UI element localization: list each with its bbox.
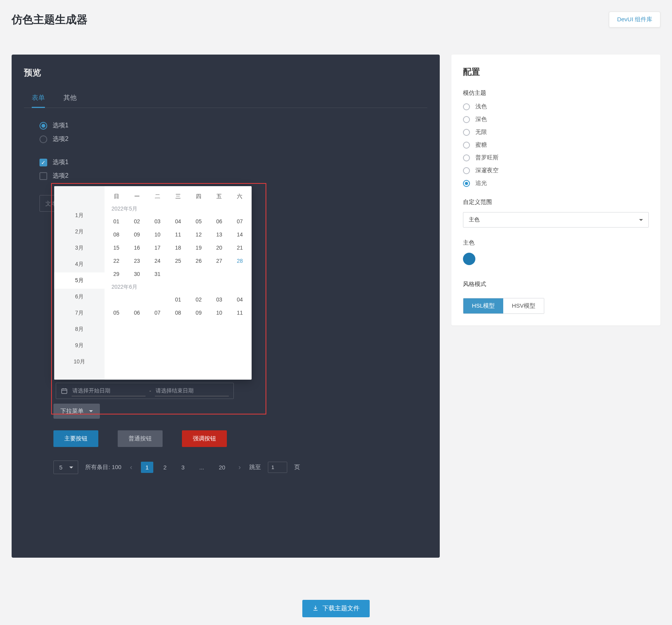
normal-button[interactable]: 普通按钮 xyxy=(118,430,163,447)
day-cell[interactable]: 02 xyxy=(127,215,147,228)
tab-1[interactable]: 其他 xyxy=(63,90,77,108)
month-item[interactable]: 4月 xyxy=(54,256,105,272)
page-size-select[interactable]: 5 xyxy=(53,461,78,474)
day-cell[interactable]: 05 xyxy=(106,306,127,319)
weekday-label: 一 xyxy=(127,191,147,202)
day-cell[interactable]: 12 xyxy=(189,228,209,241)
end-date-field[interactable]: 请选择结束日期 xyxy=(155,386,229,396)
pager-page[interactable]: 3 xyxy=(177,462,189,473)
pager-page: ... xyxy=(195,462,209,473)
theme-label: 蜜糖 xyxy=(475,141,487,149)
range-separator: - xyxy=(149,388,151,394)
day-cell[interactable]: 17 xyxy=(147,241,168,254)
day-cell[interactable]: 10 xyxy=(209,306,230,319)
day-cell[interactable]: 03 xyxy=(147,215,168,228)
day-cell[interactable]: 05 xyxy=(189,215,209,228)
day-cell[interactable]: 04 xyxy=(230,293,250,306)
month-item[interactable]: 8月 xyxy=(54,321,105,337)
pager-page[interactable]: 20 xyxy=(214,462,230,473)
month-item[interactable]: 6月 xyxy=(54,289,105,305)
theme-option[interactable]: 深色 xyxy=(463,116,649,123)
month-item[interactable]: 9月 xyxy=(54,337,105,354)
pager-page[interactable]: 1 xyxy=(141,462,153,473)
day-cell[interactable]: 13 xyxy=(209,228,230,241)
primary-button[interactable]: 主要按钮 xyxy=(53,430,98,447)
month-item[interactable]: 7月 xyxy=(54,305,105,321)
devui-link-button[interactable]: DevUI 组件库 xyxy=(609,12,660,27)
day-cell[interactable]: 11 xyxy=(168,228,188,241)
day-cell[interactable]: 15 xyxy=(106,241,127,254)
day-cell[interactable]: 22 xyxy=(106,254,127,267)
download-label: 下载主题文件 xyxy=(322,604,360,613)
day-cell[interactable]: 26 xyxy=(189,254,209,267)
theme-option[interactable]: 蜜糖 xyxy=(463,141,649,149)
day-cell[interactable]: 06 xyxy=(209,215,230,228)
preview-tabs: 表单其他 xyxy=(24,90,427,108)
theme-option[interactable]: 深邃夜空 xyxy=(463,167,649,174)
day-cell[interactable]: 28 xyxy=(230,254,250,267)
date-range-input[interactable]: 请选择开始日期 - 请选择结束日期 xyxy=(56,383,234,399)
day-cell[interactable]: 07 xyxy=(147,306,168,319)
day-cell[interactable]: 04 xyxy=(168,215,188,228)
radio-row-0[interactable]: 选项1 xyxy=(24,122,427,130)
range-select[interactable]: 主色 xyxy=(463,212,649,228)
day-cell[interactable]: 14 xyxy=(230,228,250,241)
day-cell[interactable]: 18 xyxy=(168,241,188,254)
month-item[interactable]: 3月 xyxy=(54,240,105,256)
checkbox-icon: ✓ xyxy=(39,159,47,166)
day-cell[interactable]: 19 xyxy=(189,241,209,254)
primary-color-swatch[interactable] xyxy=(463,253,475,265)
weekday-label: 三 xyxy=(168,191,188,202)
day-cell[interactable]: 30 xyxy=(127,267,147,281)
pager-next[interactable]: › xyxy=(237,463,242,471)
day-cell[interactable]: 01 xyxy=(106,215,127,228)
day-cell[interactable]: 29 xyxy=(106,267,127,281)
day-cell[interactable]: 02 xyxy=(189,293,209,306)
day-cell[interactable]: 21 xyxy=(230,241,250,254)
mode-option[interactable]: HSL模型 xyxy=(463,298,503,313)
emphasis-button[interactable]: 强调按钮 xyxy=(182,430,227,447)
month-item[interactable]: 10月 xyxy=(54,354,105,370)
checkbox-row-0[interactable]: ✓选项1 xyxy=(24,158,427,166)
day-cell[interactable]: 27 xyxy=(209,254,230,267)
day-blank xyxy=(230,267,250,281)
theme-option[interactable]: 无限 xyxy=(463,128,649,136)
day-cell[interactable]: 06 xyxy=(127,306,147,319)
day-cell[interactable]: 08 xyxy=(106,228,127,241)
theme-option[interactable]: 追光 xyxy=(463,180,649,187)
day-cell[interactable]: 10 xyxy=(147,228,168,241)
start-date-field[interactable]: 请选择开始日期 xyxy=(72,386,146,396)
day-cell[interactable]: 16 xyxy=(127,241,147,254)
day-cell[interactable]: 11 xyxy=(230,306,250,319)
download-button[interactable]: 下载主题文件 xyxy=(302,600,370,617)
pager-prev[interactable]: ‹ xyxy=(129,463,134,471)
day-blank xyxy=(189,267,209,281)
theme-option[interactable]: 浅色 xyxy=(463,103,649,110)
day-cell[interactable]: 24 xyxy=(147,254,168,267)
pager-page[interactable]: 2 xyxy=(159,462,171,473)
day-cell[interactable]: 08 xyxy=(168,306,188,319)
day-cell[interactable]: 03 xyxy=(209,293,230,306)
pager-jump-input[interactable] xyxy=(268,462,287,473)
month-item[interactable]: 1月 xyxy=(54,207,105,224)
dropdown-button[interactable]: 下拉菜单 xyxy=(53,404,100,419)
checkbox-row-1[interactable]: 选项2 xyxy=(24,172,427,180)
tab-0[interactable]: 表单 xyxy=(32,90,45,108)
weekday-label: 六 xyxy=(230,191,250,202)
radio-row-1[interactable]: 选项2 xyxy=(24,135,427,143)
day-cell[interactable]: 07 xyxy=(230,215,250,228)
day-cell[interactable]: 25 xyxy=(168,254,188,267)
check-mark-icon: ✓ xyxy=(41,160,46,165)
month-item[interactable]: 2月 xyxy=(54,224,105,240)
mode-segmented: HSL模型HSV模型 xyxy=(463,298,544,314)
day-cell[interactable]: 23 xyxy=(127,254,147,267)
calendar-icon xyxy=(61,387,68,394)
day-cell[interactable]: 20 xyxy=(209,241,230,254)
theme-option[interactable]: 普罗旺斯 xyxy=(463,154,649,161)
mode-option[interactable]: HSV模型 xyxy=(503,298,544,313)
day-cell[interactable]: 01 xyxy=(168,293,188,306)
month-item[interactable]: 5月 xyxy=(54,272,105,289)
day-cell[interactable]: 31 xyxy=(147,267,168,281)
day-cell[interactable]: 09 xyxy=(127,228,147,241)
day-cell[interactable]: 09 xyxy=(189,306,209,319)
